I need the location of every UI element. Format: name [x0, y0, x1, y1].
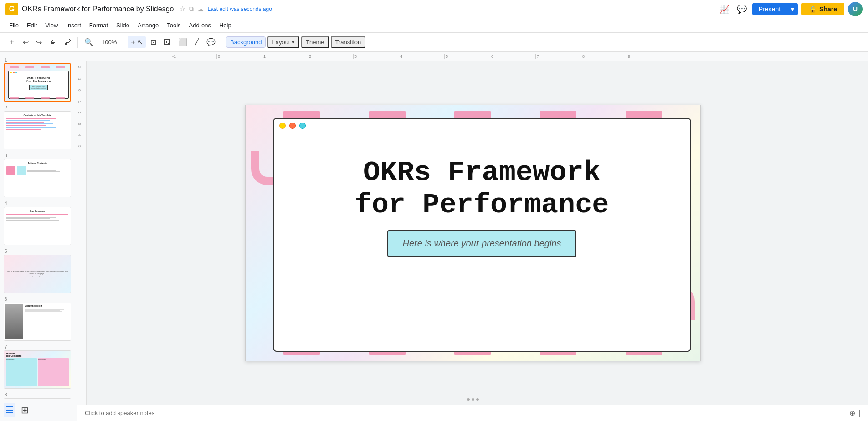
top-right-actions: 📈 💬 Present ▾ 🔒 Share U — [718, 2, 863, 16]
doc-title: OKRs Framework for Performance by Slides… — [22, 5, 174, 13]
cloud-icon[interactable]: ☁ — [197, 5, 204, 13]
textbox-button[interactable]: ⊡ — [148, 36, 159, 48]
slide-thumb-2[interactable]: 2 Contents of this Template — [0, 103, 77, 151]
add-note-icon[interactable]: ⊕ — [849, 409, 855, 417]
toolbar: ＋ ↩ ↪ 🖨 🖌 🔍 100% + ↖ ⊡ 🖼 ⬜ ╱ 💬 Backgroun… — [0, 33, 868, 52]
slide-thumb-6[interactable]: 6 About the Project — [0, 295, 77, 343]
menu-file[interactable]: File — [5, 20, 22, 31]
ruler-mark: 3 — [353, 54, 399, 59]
slide-canvas-area: -2 -1 0 1 2 3 4 5 — [77, 61, 868, 405]
slide-thumbnail-8[interactable]: Stop,Start,Proceed — [4, 398, 71, 399]
menu-bar: File Edit View Insert Format Slide Arran… — [0, 18, 868, 33]
slide-thumb-3[interactable]: 3 Table of Contents — [0, 151, 77, 199]
ruler-mark: 9 — [627, 54, 672, 59]
zoom-level[interactable]: 100% — [98, 37, 120, 47]
layout-button[interactable]: Layout ▾ — [267, 36, 299, 48]
slide-number-2: 2 — [4, 105, 73, 110]
slide-number-5: 5 — [4, 249, 73, 254]
menu-addons[interactable]: Add-ons — [185, 20, 215, 31]
lines-button[interactable]: ╱ — [192, 36, 202, 48]
star-icon[interactable]: ☆ — [179, 5, 185, 13]
browser-dot-yellow — [279, 123, 286, 129]
menu-format[interactable]: Format — [86, 20, 112, 31]
app-logo: G — [5, 3, 18, 15]
print-button[interactable]: 🖨 — [46, 36, 59, 48]
list-view-icon[interactable]: ☰ — [4, 403, 15, 417]
menu-tools[interactable]: Tools — [163, 20, 184, 31]
slide-thumb-5[interactable]: 5 "This is a quote made for all speakers… — [0, 247, 77, 295]
background-button[interactable]: Background — [226, 36, 266, 48]
analytics-icon[interactable]: 📈 — [718, 2, 731, 16]
ruler-mark: 2 — [308, 54, 353, 59]
last-edit-link[interactable]: Last edit was seconds ago — [207, 6, 272, 12]
ruler-horizontal: -1 0 1 2 3 4 5 6 7 8 9 — [77, 52, 868, 61]
slide-thumbnail-6[interactable]: About the Project — [4, 303, 71, 341]
expand-dot — [467, 398, 470, 401]
slide-number-6: 6 — [4, 297, 73, 302]
theme-button[interactable]: Theme — [301, 36, 329, 48]
ruler-vertical: -2 -1 0 1 2 3 4 5 — [77, 61, 87, 405]
menu-edit[interactable]: Edit — [23, 20, 41, 31]
editor-area: -1 0 1 2 3 4 5 6 7 8 9 -2 -1 0 1 2 — [77, 52, 868, 421]
slide-subtitle-box[interactable]: Here is where your presentation begins — [387, 230, 577, 257]
menu-help[interactable]: Help — [216, 20, 235, 31]
title-bar: G OKRs Framework for Performance by Slid… — [0, 0, 868, 18]
ruler-mark: 8 — [581, 54, 627, 59]
slide-number-1: 1 — [4, 57, 73, 62]
avatar[interactable]: U — [848, 2, 863, 16]
slide-thumbnail-5[interactable]: "This is a quote made for all speakers t… — [4, 255, 71, 293]
ruler-mark: 0 — [216, 54, 262, 59]
slide-main-title: OKRs Frameworkfor Performance — [354, 156, 609, 221]
menu-arrange[interactable]: Arrange — [134, 20, 162, 31]
ruler-mark: -1 — [171, 54, 216, 59]
ruler-mark: 5 — [444, 54, 490, 59]
slide-subtitle-text: Here is where your presentation begins — [403, 238, 561, 249]
slide-thumb-1[interactable]: 1 — [0, 56, 77, 103]
browser-dot-teal — [299, 123, 306, 129]
main-slide[interactable]: OKRs Frameworkfor Performance Here is wh… — [245, 105, 701, 361]
share-button[interactable]: 🔒 Share — [801, 3, 844, 15]
slide-thumbnail-2[interactable]: Contents of this Template — [4, 111, 71, 149]
speaker-notes[interactable]: Click to add speaker notes — [85, 410, 846, 416]
paint-format-button[interactable]: 🖌 — [61, 36, 74, 48]
panel-view-controls: ☰ ⊞ — [0, 399, 77, 421]
zoom-out-button[interactable]: 🔍 — [82, 36, 96, 48]
menu-view[interactable]: View — [41, 20, 62, 31]
select-tool[interactable]: + ↖ — [128, 36, 146, 48]
folder-icon[interactable]: ⧉ — [189, 5, 194, 13]
slide-thumb-7[interactable]: 7 The SlideTitle Goes Here! Content here… — [0, 343, 77, 390]
browser-dot-orange — [289, 123, 296, 129]
image-button[interactable]: 🖼 — [161, 36, 174, 48]
comment-button[interactable]: 💬 — [204, 36, 218, 48]
slide-thumbnail-3[interactable]: Table of Contents — [4, 159, 71, 197]
present-button[interactable]: Present — [752, 3, 787, 15]
slide-thumb-8[interactable]: 8 Stop,Start,Proceed — [0, 390, 77, 399]
status-bar: Click to add speaker notes ⊕ | — [77, 405, 868, 421]
app-logo-letter: G — [9, 5, 15, 13]
add-slide-button[interactable]: ＋ — [5, 36, 18, 49]
redo-button[interactable]: ↪ — [33, 36, 45, 48]
slide-thumb-4[interactable]: 4 Our Company — [0, 199, 77, 247]
slide-panel: 1 — [0, 52, 77, 399]
slide-number-3: 3 — [4, 153, 73, 158]
slide-number-7: 7 — [4, 344, 73, 349]
slide-thumbnail-4[interactable]: Our Company — [4, 207, 71, 245]
transition-button[interactable]: Transition — [331, 36, 366, 48]
slide-number-8: 8 — [4, 392, 73, 397]
browser-window: OKRs Frameworkfor Performance Here is wh… — [273, 118, 691, 352]
present-dropdown-button[interactable]: ▾ — [787, 3, 798, 15]
slide-thumbnail-1[interactable]: OKRs Frameworkfor Performance Here is wh… — [4, 63, 71, 102]
undo-button[interactable]: ↩ — [20, 36, 31, 48]
lock-icon: 🔒 — [809, 5, 817, 13]
browser-top-bar — [274, 119, 690, 133]
shapes-button[interactable]: ⬜ — [175, 36, 190, 48]
ruler-mark: 7 — [535, 54, 581, 59]
browser-content[interactable]: OKRs Frameworkfor Performance Here is wh… — [274, 133, 690, 346]
ruler-mark: 1 — [262, 54, 308, 59]
comments-icon[interactable]: 💬 — [735, 2, 749, 16]
grid-view-icon[interactable]: ⊞ — [19, 403, 31, 417]
menu-insert[interactable]: Insert — [62, 20, 85, 31]
toolbar-divider-2 — [124, 37, 124, 48]
menu-slide[interactable]: Slide — [113, 20, 133, 31]
slide-thumbnail-7[interactable]: The SlideTitle Goes Here! Content here C… — [4, 350, 71, 389]
